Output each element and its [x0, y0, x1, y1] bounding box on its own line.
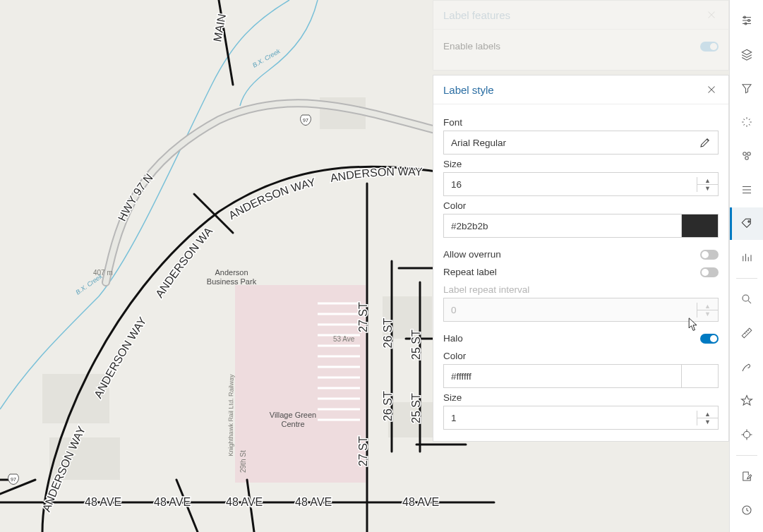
halo-label: Halo: [443, 333, 463, 344]
label-style-title: Label style: [443, 84, 494, 96]
edit-note-icon[interactable]: [730, 460, 764, 492]
svg-text:25 ST: 25 ST: [410, 330, 422, 360]
svg-text:48 AVE: 48 AVE: [85, 496, 121, 508]
svg-point-70: [743, 432, 750, 438]
repeat-label-toggle[interactable]: [700, 267, 719, 277]
color-label: Color: [443, 200, 719, 211]
enable-labels-toggle[interactable]: [700, 42, 719, 52]
chevron-down-icon[interactable]: ▼: [697, 185, 718, 192]
svg-text:Anderson: Anderson: [215, 268, 248, 277]
label-features-title: Label features: [443, 9, 510, 21]
halo-color-field[interactable]: #ffffff: [443, 364, 719, 388]
size-value: 16: [444, 179, 697, 190]
svg-point-66: [747, 152, 750, 156]
search-icon[interactable]: [730, 283, 764, 315]
svg-text:Centre: Centre: [281, 420, 304, 428]
svg-text:48 AVE: 48 AVE: [154, 496, 191, 508]
close-icon[interactable]: [704, 83, 719, 97]
color-field[interactable]: #2b2b2b: [443, 214, 719, 238]
svg-point-69: [743, 295, 749, 301]
clustering-icon[interactable]: [730, 140, 764, 172]
svg-text:48 AVE: 48 AVE: [295, 496, 332, 508]
allow-overrun-label: Allow overrun: [443, 249, 501, 260]
labels-icon[interactable]: [730, 207, 764, 240]
svg-text:27 ST: 27 ST: [357, 302, 369, 332]
chevron-up-icon: ▲: [697, 303, 718, 310]
color-swatch[interactable]: [681, 214, 718, 237]
svg-text:29th St: 29th St: [239, 450, 247, 473]
layers-icon[interactable]: [730, 38, 764, 71]
halo-toggle[interactable]: [700, 334, 719, 344]
svg-text:48 AVE: 48 AVE: [226, 496, 263, 508]
rail-separator: [736, 455, 757, 456]
chevron-down-icon[interactable]: ▼: [697, 418, 718, 425]
svg-point-65: [743, 152, 746, 156]
repeat-interval-stepper: 0 ▲ ▼: [443, 298, 719, 322]
repeat-interval-value: 0: [444, 305, 697, 315]
charts-icon[interactable]: [730, 241, 764, 274]
font-field[interactable]: Arial Regular: [443, 131, 719, 155]
svg-text:Business Park: Business Park: [207, 277, 257, 286]
crosshair-icon[interactable]: [730, 418, 764, 451]
label-style-panel: Label style Font Arial Regular Size 16: [433, 75, 729, 442]
svg-text:26 ST: 26 ST: [382, 391, 394, 421]
svg-point-68: [747, 221, 749, 222]
measure-icon[interactable]: [730, 317, 764, 349]
svg-text:Knighthawk Rail Ltd. Railway: Knighthawk Rail Ltd. Railway: [227, 374, 235, 457]
svg-text:25 ST: 25 ST: [410, 393, 422, 423]
halo-color-value: #ffffff: [444, 365, 681, 387]
pencil-icon[interactable]: [692, 131, 718, 154]
svg-text:97: 97: [11, 477, 16, 482]
sketch-icon[interactable]: [730, 351, 764, 383]
effects-icon[interactable]: [730, 106, 764, 138]
halo-size-stepper[interactable]: 1 ▲ ▼: [443, 406, 719, 430]
label-features-panel: Label features Enable labels: [433, 0, 729, 71]
chevron-down-icon: ▼: [697, 310, 718, 318]
rail-separator: [736, 278, 757, 279]
svg-text:48 AVE: 48 AVE: [402, 496, 439, 508]
sliders-icon[interactable]: [730, 4, 764, 37]
halo-size-value: 1: [444, 413, 697, 423]
close-icon[interactable]: [704, 8, 719, 22]
location-icon[interactable]: [730, 385, 764, 417]
enable-labels-label: Enable labels: [443, 41, 500, 52]
svg-text:Village Green: Village Green: [270, 411, 316, 419]
svg-text:26 ST: 26 ST: [382, 318, 394, 349]
chevron-up-icon[interactable]: ▲: [697, 411, 718, 418]
svg-text:53 Ave: 53 Ave: [333, 335, 355, 343]
allow-overrun-toggle[interactable]: [700, 250, 719, 260]
size-label: Size: [443, 159, 719, 169]
color-value: #2b2b2b: [444, 214, 681, 237]
history-icon[interactable]: [730, 494, 764, 526]
halo-color-swatch[interactable]: [681, 365, 718, 387]
svg-text:27 ST: 27 ST: [357, 436, 369, 466]
size-stepper[interactable]: 16 ▲ ▼: [443, 172, 719, 196]
halo-size-label: Size: [443, 392, 719, 403]
filter-icon[interactable]: [730, 72, 764, 104]
repeat-label-label: Repeat label: [443, 267, 497, 277]
fields-icon[interactable]: [730, 174, 764, 206]
right-tool-rail: [729, 0, 763, 532]
font-value: Arial Regular: [451, 138, 692, 148]
halo-color-label: Color: [443, 351, 719, 361]
chevron-up-icon[interactable]: ▲: [697, 177, 718, 185]
svg-point-67: [745, 157, 748, 160]
font-label: Font: [443, 117, 719, 128]
svg-text:97: 97: [303, 118, 308, 123]
repeat-interval-label: Label repeat interval: [443, 284, 719, 295]
